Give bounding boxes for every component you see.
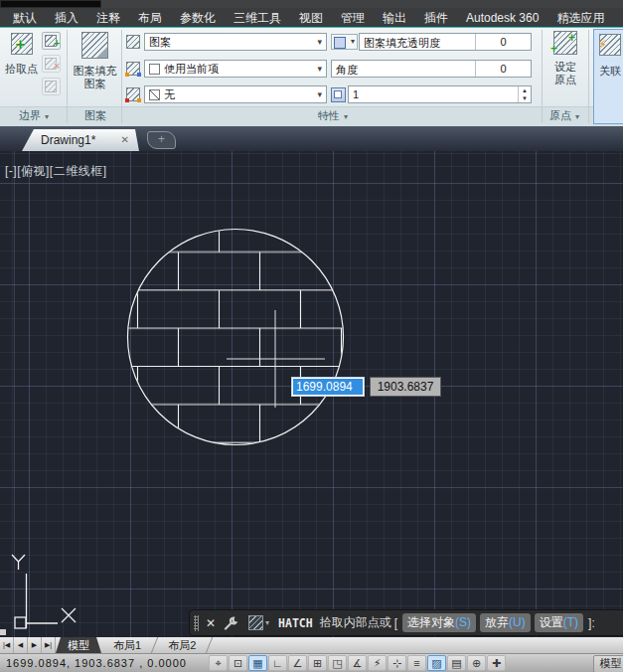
hatch-type-value: 图案 (149, 35, 171, 50)
corner-marker (0, 629, 6, 635)
set-origin-label-2: 原点 (554, 74, 576, 85)
recreate-boundary-button[interactable] (42, 78, 61, 95)
toggle-dynamic-ucs[interactable]: ⚡ (368, 655, 387, 671)
ribbon-tab[interactable]: Autodesk 360 (457, 9, 547, 27)
command-bar-grip[interactable] (194, 615, 199, 631)
ucs-icon (12, 555, 76, 628)
color-swatch-icon (334, 37, 346, 49)
pick-points-button[interactable]: + 拾取点 (3, 31, 40, 100)
hatch-color-icon (126, 62, 140, 76)
toggle-quick-properties[interactable]: ▤ (447, 655, 466, 671)
command-option[interactable]: 选择对象(S) (402, 613, 476, 632)
hatch-color-dropdown[interactable]: 使用当前项 (144, 60, 327, 78)
hatch-command-icon[interactable] (248, 615, 263, 630)
layout-nav-button[interactable]: |◀ (0, 637, 14, 653)
transparency-label: 图案填充透明度 (364, 36, 440, 51)
scale-value[interactable]: 1 (353, 88, 359, 100)
ribbon-tab[interactable]: 插入 (46, 8, 87, 29)
ribbon-tab[interactable]: 默认 (4, 8, 46, 29)
associative-icon: ⚡ (599, 34, 621, 56)
remove-boundary-button[interactable]: × (42, 55, 61, 73)
ribbon-tab[interactable]: 精选应用 (547, 8, 613, 29)
drawing-canvas[interactable]: [-][俯视][二维线框] 1699.0894 19 (0, 151, 623, 637)
panel-divider (588, 30, 589, 123)
autocad-window: 默认插入注释布局参数化三维工具视图管理输出插件Autodesk 360精选应用 … (0, 0, 623, 672)
dynamic-input-y[interactable]: 1903.6837 (370, 377, 441, 397)
ribbon-tab[interactable]: 视图 (290, 8, 332, 29)
customize-wrench-icon[interactable] (224, 616, 237, 630)
toggle-object-snap-tracking[interactable]: ∡ (348, 655, 367, 671)
ribbon-tab[interactable]: 注释 (87, 8, 129, 29)
layout-tab-row: |◀◀▶▶| 模型 布局1 布局2 (0, 637, 623, 653)
hatch-scale-field[interactable]: 1 ▲▼ (348, 85, 532, 103)
scale-spinner[interactable]: ▲▼ (518, 86, 531, 102)
bracket-open: [ (394, 616, 397, 630)
hatch-pattern-icon (81, 32, 108, 59)
hatch-type-dropdown[interactable]: 图案 (144, 33, 327, 51)
new-tab-button[interactable]: + (147, 131, 176, 149)
layout-nav-button[interactable]: ▶| (42, 637, 56, 653)
toggle-polar-tracking[interactable]: ∠ (288, 655, 307, 671)
ribbon-tab[interactable]: 三维工具 (225, 8, 290, 29)
ribbon-tab-bar: 默认插入注释布局参数化三维工具视图管理输出插件Autodesk 360精选应用 (0, 8, 623, 28)
toggle-annotation-monitor[interactable]: ✚ (487, 655, 506, 671)
toggle-snap-mode[interactable]: ⊡ (229, 655, 247, 671)
command-option[interactable]: 放弃(U) (480, 613, 531, 632)
boundary-tools: + × (42, 32, 64, 100)
layout-nav-buttons: |◀◀▶▶| (0, 637, 56, 653)
toggle-transparency[interactable]: ▨ (427, 655, 446, 671)
cancel-command-icon[interactable]: ✕ (206, 616, 216, 630)
angle-value[interactable]: 0 (475, 61, 531, 77)
toggle-dynamic-input[interactable]: ⊹ (388, 655, 406, 671)
associative-button[interactable]: ⚡ 关联 (593, 29, 623, 124)
properties-panel-label[interactable]: 特性 (278, 108, 388, 123)
command-option[interactable]: 设置(T) (535, 613, 583, 632)
pattern-panel-label[interactable]: 图案 (70, 108, 121, 123)
command-options: 选择对象(S)放弃(U)设置(T) (400, 613, 585, 632)
origin-panel-label[interactable]: 原点 (538, 108, 591, 123)
command-dropdown-icon[interactable]: ▾ (265, 618, 269, 627)
hatch-color-swatch-button[interactable] (331, 34, 358, 50)
angle-label: 角度 (336, 63, 358, 78)
panel-divider (67, 30, 68, 123)
close-tab-icon[interactable]: ✕ (121, 129, 129, 151)
ribbon-tab[interactable]: 插件 (415, 8, 457, 29)
active-command: HATCH (278, 616, 313, 630)
set-origin-button[interactable]: ++ 设定 原点 (545, 31, 586, 105)
ribbon-tab[interactable]: 参数化 (171, 8, 225, 29)
status-toggles: ⌖⊡▦∟∠⊞◳∡⚡⊹≡▨▤⊕✚ (209, 655, 506, 671)
add-select-objects-button[interactable]: + (42, 32, 61, 50)
tab-model[interactable]: 模型 (56, 637, 101, 653)
toggle-object-snap[interactable]: ⊞ (308, 655, 327, 671)
transparency-value[interactable]: 0 (475, 34, 531, 50)
toggle-selection-cycling[interactable]: ⊕ (467, 655, 486, 671)
ribbon-tab[interactable]: 输出 (374, 8, 415, 29)
ribbon-tab[interactable]: 管理 (332, 8, 374, 29)
dynamic-input-x[interactable]: 1699.0894 (291, 377, 365, 397)
toggle-ortho-mode[interactable]: ∟ (268, 655, 287, 671)
command-line-bar[interactable]: ✕ ▾ HATCH 拾取内部点或 [ 选择对象(S)放弃(U)设置(T) ]: (189, 609, 623, 636)
toggle-3d-object-snap[interactable]: ◳ (328, 655, 347, 671)
tab-layout1[interactable]: 布局1 (101, 637, 153, 653)
hatch-pattern-button[interactable]: 图案填充 图案 (70, 31, 120, 105)
boundary-panel-label[interactable]: 边界 (6, 108, 62, 123)
file-tab-drawing1[interactable]: Drawing1* ✕ (22, 129, 139, 151)
toggle-infer-constraints[interactable]: ⌖ (209, 655, 228, 671)
model-space-button[interactable]: 模型 (593, 655, 623, 672)
associative-label: 关联 (594, 64, 623, 79)
current-color-chip (149, 64, 160, 75)
hatch-color-value: 使用当前项 (164, 62, 219, 77)
ribbon-tab[interactable]: 布局 (129, 8, 171, 29)
toggle-lineweight[interactable]: ≡ (407, 655, 426, 671)
layout-nav-button[interactable]: ◀ (14, 637, 28, 653)
tab-layout2[interactable]: 布局2 (156, 637, 208, 653)
layout-nav-button[interactable]: ▶ (28, 637, 42, 653)
toggle-grid-display[interactable]: ▦ (248, 655, 267, 671)
panel-divider (121, 30, 122, 123)
hatch-angle-field[interactable]: 角度 0 (331, 60, 532, 78)
hatch-background-dropdown[interactable]: 无 (144, 85, 327, 103)
hatch-transparency-field[interactable]: 图案填充透明度 0 (359, 33, 532, 51)
file-tab-bar: Drawing1* ✕ + (0, 126, 623, 151)
hatch-preview (128, 230, 343, 444)
command-prompt: 拾取内部点或 (320, 614, 391, 631)
